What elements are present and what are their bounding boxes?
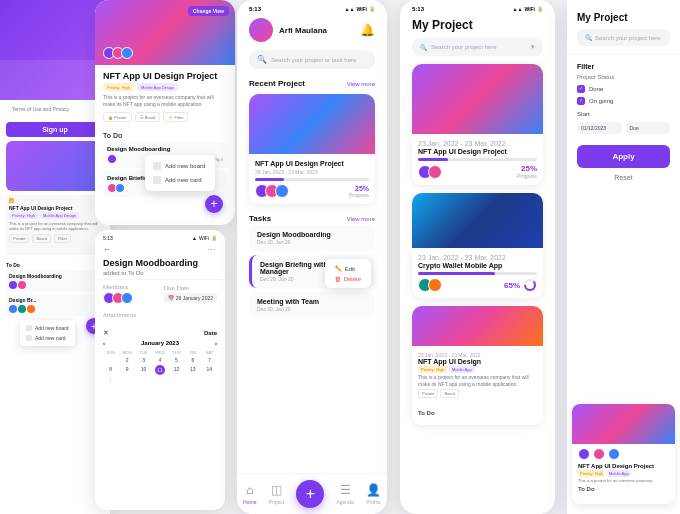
avatar-1 [9,281,17,289]
main-fab[interactable]: + [296,480,324,508]
edit-action[interactable]: ✏️ Edit [331,263,365,274]
nav-project[interactable]: ◫ Project [269,483,285,505]
mini-todo-label: To Do [578,486,669,492]
cal-day-11-today[interactable]: 11 [155,365,165,375]
filter-dropdown-icon[interactable]: ▾ [531,43,535,51]
cal-day-5[interactable]: 5 [169,356,184,364]
nft-fab[interactable]: + [205,195,223,213]
nav-home[interactable]: ⌂ Home [243,483,256,505]
mp-private-chip[interactable]: Private [418,389,438,398]
task-action-menu: ✏️ Edit 🗑 Delete [325,259,371,288]
prev-month-button[interactable]: ‹ [103,340,105,346]
cal-day-3[interactable]: 3 [136,356,151,364]
cal-day-6[interactable]: 6 [185,356,200,364]
cal-day-4[interactable]: 4 [152,356,167,364]
day-sun: SUN [103,350,118,355]
filter-search-bar[interactable]: 🔍 Search your project here [577,29,670,46]
project-status-subsection: Project Status [567,74,680,83]
date-to-input[interactable]: Due [626,122,671,134]
detail-time: 5:13 [103,235,113,241]
ctx-add-card[interactable]: Add new card [153,173,207,187]
date-from-input[interactable]: 01/12/2023 [577,122,622,134]
donut-chart-2 [523,278,537,292]
cal-day-13[interactable]: 13 [185,365,200,375]
ctx-card-icon [153,176,161,184]
terms-link[interactable]: Terms of Use and Privacy [6,102,104,116]
add-board-item[interactable]: Add new board [26,323,69,333]
cal-day-7[interactable]: 7 [202,356,217,364]
tasks-view-more[interactable]: View more [347,216,375,222]
filter-btn[interactable]: Filter [54,234,71,243]
progress-info: 25% Progress [349,185,369,198]
attachments-label: Attachments [103,312,217,318]
cal-day-12[interactable]: 12 [169,365,184,375]
nav-profile[interactable]: 👤 Profile [366,483,381,505]
done-checkbox[interactable] [577,85,585,93]
project-toolbar: Private Board Filter [9,234,101,243]
nav-agenda[interactable]: ☰ Agenda [336,483,353,505]
notification-bell[interactable]: 🔔 [360,23,375,37]
avatar-2 [18,281,26,289]
mp-progress-info-1: 25% Progress [517,164,537,179]
profile-icon: 👤 [366,483,381,497]
project-label: Project [269,499,285,505]
next-month-button[interactable]: › [215,340,217,346]
view-more-link[interactable]: View more [347,81,375,87]
reset-button[interactable]: Reset [567,172,680,183]
mp-pct-2: 65% [504,281,520,290]
ctx-board-icon [153,162,161,170]
cal-day-1[interactable]: 1 [103,376,118,384]
due-date-chip[interactable]: 📅 26 January 2022 [164,293,217,303]
mp-av-4 [428,278,442,292]
members-col: Members [103,284,130,304]
mp-search-icon: 🔍 [420,44,427,51]
delete-action[interactable]: 🗑 Delete [331,274,365,284]
mini-avatars [578,448,669,460]
mini-desc: This is a project for an overseas compan… [578,478,669,483]
close-date-icon[interactable]: ✕ [103,329,109,337]
signup-button[interactable]: Sign up [6,122,104,137]
mobile-status-bar: 5:13 ▲▲ WiFi 🔋 [237,0,387,14]
add-card-item[interactable]: Add new card [26,333,69,343]
avatar-4 [18,305,26,313]
tasks-title: Tasks [249,214,271,223]
more-options-button[interactable]: ··· [207,245,217,254]
type-badge: Mobile App Design [40,212,79,219]
apply-button[interactable]: Apply [577,145,670,168]
ongoing-checkbox[interactable] [577,97,585,105]
nft-toolbar: 🔒 Private ☰ Board ⚡ Filter [103,112,227,122]
back-button[interactable]: ← [103,245,111,254]
private-chip[interactable]: 🔒 Private [103,112,132,122]
due-date-label: Due Date [164,285,217,291]
user-name: Arfi Maulana [279,26,327,35]
mp-card-title-2: Crypto Wallet Mobile App [418,262,537,269]
mobile-search-bar[interactable]: 🔍 Search your project or task here [249,50,375,69]
nft-project-title: NFT App UI Design Project [103,71,227,81]
change-view-button[interactable]: Change View [188,6,229,16]
ctx-add-board[interactable]: Add new board [153,159,207,173]
screen-my-project: 5:13 ▲▲ WiFi 🔋 My Project 🔍 Search your … [400,0,555,514]
cal-day-14[interactable]: 14 [202,365,217,375]
cal-day-10[interactable]: 10 [136,365,151,375]
mp-time: 5:13 [412,6,424,12]
mp-board-chip[interactable]: Board [440,389,459,398]
board-btn[interactable]: Board [32,234,51,243]
current-month: January 2023 [141,340,179,346]
private-btn[interactable]: Private [9,234,29,243]
recent-project-header: Recent Project View more [237,73,387,90]
cal-day-2[interactable]: 2 [119,356,134,364]
todo-avatar-3 [115,183,125,193]
mp-search-bar[interactable]: 🔍 Search your project here ▾ [412,38,543,56]
nft-context-menu: Add new board Add new card [145,155,215,191]
detail-title: Design Moodboarding [95,256,225,270]
filter-chip[interactable]: ⚡ Filter [163,112,188,122]
recent-project-title: Recent Project [249,79,305,88]
filter-panel-header: My Project [567,0,680,29]
project-card-dates: 26 Jan, 2023 - 23 Mar, 2023 [255,169,369,175]
due-date-col: Due Date 📅 26 January 2022 [164,285,217,303]
board-chip[interactable]: ☰ Board [135,112,161,122]
cal-day-8[interactable]: 8 [103,365,118,375]
calendar-grid: SUN MON TUE WED THU FRI SAT 2 3 4 5 6 7 … [103,350,217,384]
cal-day-9[interactable]: 9 [119,365,134,375]
mp-av-2 [428,165,442,179]
